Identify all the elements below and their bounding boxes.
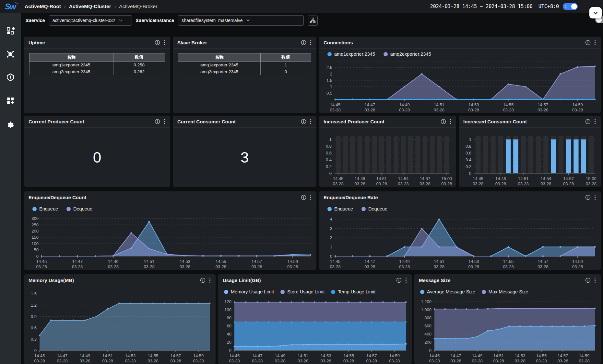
- svg-text:03-28: 03-28: [503, 108, 514, 112]
- svg-text:1,200: 1,200: [421, 299, 432, 304]
- new-dashboard-icon[interactable]: [6, 97, 15, 105]
- info-icon[interactable]: [396, 278, 402, 283]
- kebab-menu-icon[interactable]: [163, 39, 166, 46]
- svg-text:14:53: 14:53: [468, 259, 479, 264]
- settings-icon[interactable]: [6, 120, 15, 128]
- time-range[interactable]: 2024-03-28 14:45 ~ 2024-03-28 15:00 UTC+…: [430, 4, 559, 9]
- svg-text:14:57: 14:57: [558, 353, 568, 358]
- legend-item[interactable]: Temp Usage Limit: [331, 289, 375, 294]
- info-icon[interactable]: [585, 278, 591, 283]
- svg-text:03-28: 03-28: [472, 358, 482, 363]
- chart-legend: Enqueue Dequeue: [319, 203, 601, 212]
- legend-item[interactable]: Average Message Size: [420, 289, 475, 294]
- svg-text:0: 0: [429, 348, 432, 353]
- chart-legend: Average Message Size Max Message Size: [414, 286, 601, 295]
- panel-title: Usage Limit(GB): [223, 278, 261, 283]
- svg-text:0.6: 0.6: [31, 325, 37, 330]
- enqueue-dequeue-rate-chart[interactable]: 0123414:4503-2814:4703-2814:4903-2814:51…: [319, 212, 601, 270]
- panel-increased-consumer: Increased Consumer Count 00.20.40.60.811…: [459, 116, 601, 187]
- connections-chart[interactable]: 0.511.522.514:4503-2814:4703-2814:4903-2…: [319, 57, 601, 113]
- filter-bar: $Service activemq::activemq-cluster-032 …: [26, 15, 318, 26]
- kebab-menu-icon[interactable]: [310, 39, 312, 46]
- breadcrumb-broker[interactable]: ActiveMQ-Broker: [119, 4, 157, 9]
- svg-text:03-28: 03-28: [216, 264, 226, 269]
- info-icon[interactable]: [441, 119, 446, 124]
- usage-limit-chart[interactable]: 02040608010012014:4503-2814:4703-2814:49…: [218, 295, 412, 364]
- kebab-menu-icon[interactable]: [594, 39, 597, 46]
- info-icon[interactable]: [301, 195, 306, 200]
- theme-toggle[interactable]: ☾: [563, 3, 578, 10]
- panel-current-producer: Current Producer Count 0: [24, 116, 170, 187]
- enqueue-dequeue-count-chart[interactable]: 05010015020025030014:4503-2814:4703-2814…: [24, 212, 316, 270]
- svg-text:14:45: 14:45: [473, 176, 483, 181]
- panel-increased-producer: Increased Producer Count 00.20.40.60.811…: [319, 116, 456, 187]
- legend-item[interactable]: Dequeue: [361, 206, 387, 211]
- kebab-menu-icon[interactable]: [209, 277, 211, 284]
- svg-text:0: 0: [229, 348, 231, 353]
- chevron-down-button[interactable]: [589, 7, 602, 18]
- info-icon[interactable]: [200, 278, 206, 283]
- chevron-right-icon: ›: [114, 4, 116, 9]
- svg-text:14:55: 14:55: [148, 353, 159, 358]
- svg-text:14:51: 14:51: [434, 102, 444, 107]
- svg-text:14:51: 14:51: [434, 259, 444, 264]
- kebab-menu-icon[interactable]: [310, 118, 312, 125]
- service-label: $Service: [26, 18, 45, 23]
- topology-icon[interactable]: [6, 50, 15, 58]
- svg-text:14:47: 14:47: [451, 353, 461, 358]
- legend-item[interactable]: Enqueue: [327, 206, 353, 211]
- kebab-menu-icon[interactable]: [163, 118, 166, 125]
- kebab-menu-icon[interactable]: [594, 194, 597, 201]
- info-icon[interactable]: [301, 40, 306, 45]
- instance-label: $ServiceInstance: [136, 18, 174, 23]
- svg-text:200: 200: [31, 229, 39, 233]
- info-icon[interactable]: [301, 119, 306, 124]
- svg-text:03-28: 03-28: [518, 181, 529, 186]
- instance-select[interactable]: sharedfilesystem_mastersalve: [178, 15, 304, 26]
- svg-text:14:55: 14:55: [536, 353, 547, 358]
- skywalking-logo[interactable]: Sw: [0, 2, 21, 11]
- table-row: amq1exporter:23450.258: [30, 62, 165, 68]
- svg-text:14:59: 14:59: [193, 353, 204, 358]
- svg-text:0.2: 0.2: [466, 164, 471, 169]
- info-icon[interactable]: [585, 119, 591, 124]
- svg-text:150: 150: [31, 235, 39, 240]
- legend-item[interactable]: amq1exporter:2345: [327, 51, 375, 57]
- chart-legend: Memory Usage Limit Store Usage Limit Tem…: [218, 286, 412, 295]
- kebab-menu-icon[interactable]: [310, 194, 312, 201]
- svg-text:03-28: 03-28: [275, 358, 285, 363]
- message-size-chart[interactable]: 02004006008001,0001,20014:4503-2814:4703…: [414, 295, 601, 364]
- kebab-menu-icon[interactable]: [449, 118, 452, 125]
- panel-title: Connections: [324, 40, 353, 45]
- svg-text:03-28: 03-28: [536, 358, 547, 363]
- dashboards-icon[interactable]: [6, 27, 15, 35]
- kebab-menu-icon[interactable]: [594, 277, 597, 284]
- increased-consumer-chart[interactable]: 00.20.40.60.8114:4503-2814:4803-2814:510…: [459, 128, 601, 187]
- kebab-menu-icon[interactable]: [594, 118, 597, 125]
- legend-item[interactable]: Memory Usage Limit: [224, 289, 274, 294]
- breadcrumb-root[interactable]: ActiveMQ-Root: [25, 4, 61, 9]
- legend-item[interactable]: Max Message Size: [482, 289, 528, 294]
- alerting-icon[interactable]: [6, 73, 15, 82]
- table-row: amq1exporter:23451: [178, 62, 311, 68]
- svg-text:03-28: 03-28: [473, 181, 483, 186]
- info-icon[interactable]: [585, 40, 591, 45]
- info-icon[interactable]: [155, 119, 160, 124]
- breadcrumb-cluster[interactable]: ActiveMQ-Cluster: [69, 4, 111, 9]
- info-icon[interactable]: [585, 195, 591, 200]
- svg-text:2: 2: [330, 72, 332, 76]
- kebab-menu-icon[interactable]: [405, 277, 408, 284]
- legend-item[interactable]: Store Usage Limit: [280, 289, 325, 294]
- increased-producer-chart[interactable]: 00.20.40.60.8114:4503-2814:4803-2814:510…: [319, 128, 456, 187]
- info-icon[interactable]: [155, 40, 160, 45]
- legend-item[interactable]: amq2exporter:2345: [384, 51, 431, 57]
- svg-text:1.5: 1.5: [326, 78, 332, 83]
- svg-text:03-28: 03-28: [354, 181, 365, 186]
- svg-text:03-28: 03-28: [366, 358, 377, 363]
- legend-item[interactable]: Dequeue: [66, 206, 92, 211]
- service-select[interactable]: activemq::activemq-cluster-032: [49, 15, 132, 26]
- legend-item[interactable]: Enqueue: [32, 206, 58, 211]
- instance-hierarchy-button[interactable]: [308, 16, 318, 26]
- memory-usage-chart[interactable]: 00.30.60.91.21.514:4503-2814:4703-2814:4…: [24, 286, 216, 364]
- svg-text:300: 300: [31, 216, 39, 221]
